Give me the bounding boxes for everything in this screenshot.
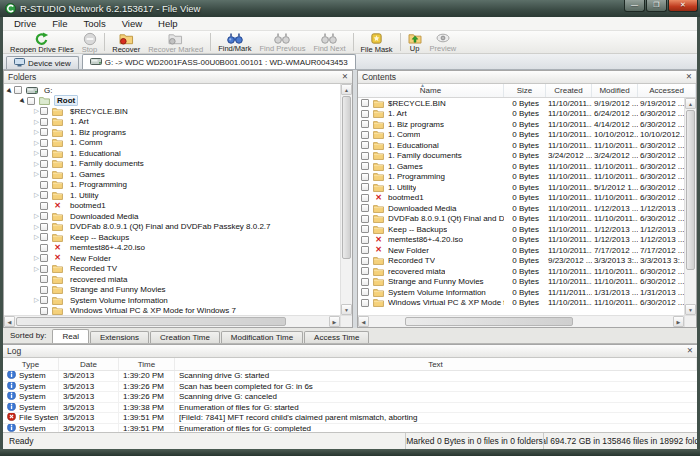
sort-tab-modification-time[interactable]: Modification Time xyxy=(221,331,303,343)
menu-item-file[interactable]: File xyxy=(44,17,75,30)
tree-item-1-programming[interactable]: 1. Programming xyxy=(4,180,340,191)
tree-item-recorded-tv[interactable]: ▷Recorded TV xyxy=(4,264,340,275)
expander-collapsed-icon[interactable]: ▷ xyxy=(33,160,40,168)
tree-item-memtest86-4-20-iso[interactable]: ✕memtest86+-4.20.iso xyxy=(4,243,340,254)
expander-collapsed-icon[interactable]: ▷ xyxy=(33,223,40,231)
tree-item-dvdfab-8-0-9-1-qt-final-and-dvdfab-passkey-8-0-2-7[interactable]: ▷DVDFab 8.0.9.1 (Qt) Final and DVDFab Pa… xyxy=(4,222,340,233)
folders-vertical-scrollbar[interactable]: ▲ ▼ xyxy=(340,84,352,315)
sort-tab-extensions[interactable]: Extensions xyxy=(90,331,149,343)
log-row[interactable]: System3/5/20131:39:20 PMScanning drive G… xyxy=(3,371,697,382)
table-row[interactable]: Strange and Funny Movies0 Bytes11/10/201… xyxy=(358,277,684,288)
checkbox[interactable] xyxy=(40,202,48,210)
minimize-button[interactable]: — xyxy=(624,0,645,12)
tree-item-1-educational[interactable]: ▷1. Educational xyxy=(4,148,340,159)
contents-horizontal-scrollbar[interactable]: ◀ ▶ xyxy=(358,315,684,327)
expander-collapsed-icon[interactable]: ▷ xyxy=(33,212,40,220)
scroll-thumb[interactable] xyxy=(686,110,695,270)
log-row[interactable]: System3/5/20131:39:26 PMScan has been co… xyxy=(3,382,697,393)
checkbox[interactable] xyxy=(40,181,48,189)
scroll-right-icon[interactable]: ▶ xyxy=(673,316,684,327)
tree-item-g[interactable]: ▶G: xyxy=(4,85,340,96)
menu-item-help[interactable]: Help xyxy=(150,17,186,30)
table-row[interactable]: Downloaded Media0 Bytes11/10/2011...1/12… xyxy=(358,203,684,214)
tree-item-keep-backups[interactable]: ▷Keep -- Backups xyxy=(4,232,340,243)
maximize-button[interactable]: ❐ xyxy=(646,0,667,12)
file-mask-button[interactable]: File Mask xyxy=(357,31,397,53)
tree-item-strange-and-funny-movies[interactable]: Strange and Funny Movies xyxy=(4,285,340,296)
expander-collapsed-icon[interactable]: ▷ xyxy=(33,296,40,304)
scroll-thumb[interactable] xyxy=(405,317,572,326)
log-column-header-type[interactable]: Type xyxy=(3,358,59,370)
table-row[interactable]: 1. Art0 Bytes11/10/2011...6/24/2012 ...6… xyxy=(358,109,684,120)
table-row[interactable]: System Volume Information0 Bytes11/11/20… xyxy=(358,287,684,298)
menu-item-drive[interactable]: Drive xyxy=(6,17,44,30)
scroll-right-icon[interactable]: ▶ xyxy=(329,316,340,327)
checkbox[interactable] xyxy=(361,152,369,160)
tree-item-new-folder[interactable]: ▷✕New Folder xyxy=(4,253,340,264)
checkbox[interactable] xyxy=(361,278,369,286)
expander-collapsed-icon[interactable]: ▷ xyxy=(33,149,40,157)
column-header-modified[interactable]: Modified xyxy=(592,84,638,97)
menu-item-tools[interactable]: Tools xyxy=(75,17,113,30)
checkbox[interactable] xyxy=(361,257,369,265)
checkbox[interactable] xyxy=(361,267,369,275)
checkbox[interactable] xyxy=(40,149,48,157)
scroll-thumb[interactable] xyxy=(16,317,286,326)
tree-item-system-volume-information[interactable]: ▷System Volume Information xyxy=(4,295,340,306)
up-button[interactable]: Up xyxy=(404,31,426,53)
expander-collapsed-icon[interactable]: ▷ xyxy=(33,265,40,273)
checkbox[interactable] xyxy=(40,128,48,136)
tree-item-1-games[interactable]: ▷1. Games xyxy=(4,169,340,180)
menu-item-view[interactable]: View xyxy=(114,17,150,30)
tree-item-root[interactable]: ▶Root xyxy=(4,96,340,107)
table-row[interactable]: ✕New Folder0 Bytes11/10/2011...7/17/2012… xyxy=(358,245,684,256)
column-header-size[interactable]: Size xyxy=(504,84,546,97)
checkbox[interactable] xyxy=(361,236,369,244)
table-row[interactable]: recovered miata0 Bytes11/10/2011...11/10… xyxy=(358,266,684,277)
checkbox[interactable] xyxy=(40,107,48,115)
contents-vertical-scrollbar[interactable]: ▲ ▼ xyxy=(684,98,696,315)
expander-collapsed-icon[interactable]: ▷ xyxy=(33,118,40,126)
checkbox[interactable] xyxy=(40,191,48,199)
expander-collapsed-icon[interactable]: ▷ xyxy=(33,139,40,147)
column-header-name[interactable]: Name xyxy=(358,84,504,97)
checkbox[interactable] xyxy=(40,170,48,178)
checkbox[interactable] xyxy=(361,173,369,181)
log-row[interactable]: File System3/5/20131:39:51 PM[FileId: 78… xyxy=(3,413,697,424)
tree-item-1-art[interactable]: ▷1. Art xyxy=(4,117,340,128)
checkbox[interactable] xyxy=(361,162,369,170)
table-row[interactable]: Recorded TV0 Bytes9/23/2012 ...3/3/2013 … xyxy=(358,256,684,267)
checkbox[interactable] xyxy=(361,183,369,191)
tab-drive-view[interactable]: G: -> WDC WD2001FASS-00U0B001.00101 : WD… xyxy=(82,54,356,69)
tree-item-bootmed1[interactable]: ✕bootmed1 xyxy=(4,201,340,212)
sort-tab-creation-time[interactable]: Creation Time xyxy=(150,331,220,343)
checkbox[interactable] xyxy=(361,246,369,254)
checkbox[interactable] xyxy=(361,141,369,149)
tab-device-view[interactable]: Device view xyxy=(6,56,79,69)
scroll-down-icon[interactable]: ▼ xyxy=(685,304,696,315)
tree-item-1-utility[interactable]: ▷1. Utility xyxy=(4,190,340,201)
table-row[interactable]: 1. Biz programs0 Bytes11/10/2011...4/14/… xyxy=(358,119,684,130)
checkbox[interactable] xyxy=(40,286,48,294)
column-header-created[interactable]: Created xyxy=(546,84,592,97)
table-row[interactable]: 1. Comm0 Bytes11/10/2011...10/10/2012...… xyxy=(358,130,684,141)
find-mark-button[interactable]: Find/Mark xyxy=(214,31,255,53)
log-column-header-time[interactable]: Time xyxy=(119,358,175,370)
recover-button[interactable]: Recover xyxy=(108,31,144,53)
tree-item-recovered-miata[interactable]: recovered miata xyxy=(4,274,340,285)
log-row[interactable]: System3/5/20131:39:26 PMScanning drive G… xyxy=(3,392,697,403)
checkbox[interactable] xyxy=(40,265,48,273)
table-row[interactable]: $RECYCLE.BIN0 Bytes11/10/2011...9/19/201… xyxy=(358,98,684,109)
expander-collapsed-icon[interactable]: ▷ xyxy=(33,128,40,136)
checkbox[interactable] xyxy=(40,233,48,241)
scroll-thumb[interactable] xyxy=(342,96,351,259)
checkbox[interactable] xyxy=(40,254,48,262)
expander-collapsed-icon[interactable]: ▷ xyxy=(33,170,40,178)
expander-collapsed-icon[interactable]: ▷ xyxy=(33,233,40,241)
table-row[interactable]: ✕bootmed10 Bytes11/10/2011...11/10/2011.… xyxy=(358,193,684,204)
expander-collapsed-icon[interactable]: ▷ xyxy=(33,191,40,199)
folders-horizontal-scrollbar[interactable]: ◀ ▶ xyxy=(4,315,340,327)
checkbox[interactable] xyxy=(40,139,48,147)
table-row[interactable]: DVDFab 8.0.9.1 (Qt) Final and DVDFab Pas… xyxy=(358,214,684,225)
scroll-up-icon[interactable]: ▲ xyxy=(685,98,696,109)
